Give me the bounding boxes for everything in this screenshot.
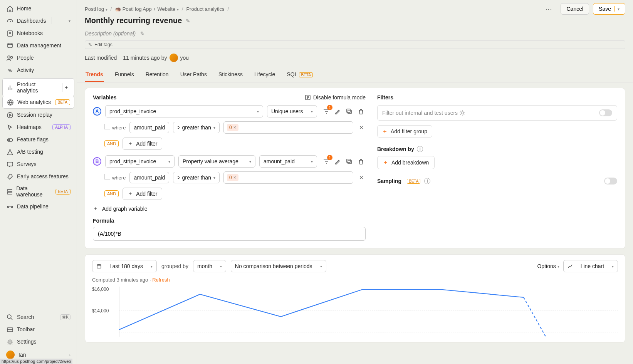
sidebar-item-product-analytics[interactable]: Product analytics+ <box>2 78 74 97</box>
formula-input[interactable] <box>93 227 366 241</box>
series-a-aggregation-select[interactable]: Unique users▾ <box>267 105 317 117</box>
series-b-aggregation-select[interactable]: Property value average▾ <box>178 155 255 168</box>
svg-rect-20 <box>348 160 351 164</box>
plus-icon[interactable]: + <box>62 83 70 92</box>
tab-sql[interactable]: SQLBETA <box>286 67 313 82</box>
chevron-down-icon[interactable]: ▾ <box>618 7 620 11</box>
label: Search <box>17 314 34 320</box>
sidebar-item-toolbar[interactable]: Toolbar <box>2 323 74 335</box>
tab-funnels[interactable]: Funnels <box>114 67 135 82</box>
chart-type-select[interactable]: Line chart ▾ <box>563 260 618 272</box>
internal-users-filter[interactable]: Filter out internal and test users <box>377 105 617 121</box>
sampling-label: Sampling <box>377 178 401 184</box>
sidebar-item-home[interactable]: Home <box>2 2 74 15</box>
sidebar-item-data-pipeline[interactable]: Data pipeline <box>2 200 74 213</box>
crumb[interactable]: PostHog ▾ <box>85 6 107 12</box>
compare-select[interactable]: No comparison between periods ▾ <box>231 260 326 272</box>
tab-retention[interactable]: Retention <box>145 67 170 82</box>
sidebar-item-early-access[interactable]: Early access features <box>2 170 74 183</box>
edit-description-icon[interactable]: ✎ <box>139 30 144 37</box>
tab-lifecycle[interactable]: Lifecycle <box>254 67 276 82</box>
edit-icon[interactable] <box>332 156 343 166</box>
info-icon[interactable]: i <box>417 146 423 152</box>
series-b-property-select[interactable]: amount_paid▾ <box>259 155 317 168</box>
where-operator-select[interactable]: > greater than▾ <box>173 122 220 133</box>
chevron-down-icon: ▾ <box>249 159 251 164</box>
save-button[interactable]: Save▾ <box>593 3 625 15</box>
sidebar-item-session-replay[interactable]: Session replay <box>2 109 74 121</box>
sidebar-item-ab-testing[interactable]: A/B testing <box>2 146 74 158</box>
remove-value-icon[interactable]: × <box>233 125 236 130</box>
series-b-row: B prod_stripe_invoice▾ Property value av… <box>93 155 366 168</box>
beta-badge: BETA <box>299 72 312 77</box>
sidebar-item-data-management[interactable]: Data management <box>2 39 74 52</box>
series-b-event-select[interactable]: prod_stripe_invoice▾ <box>105 155 175 168</box>
copy-icon[interactable] <box>344 106 354 116</box>
chevron-down-icon[interactable]: ▾ <box>69 19 71 23</box>
variables-heading: Variables Disable formula mode <box>93 94 366 101</box>
sampling-toggle[interactable] <box>604 178 617 185</box>
trash-icon[interactable] <box>356 156 366 166</box>
svg-point-14 <box>7 315 11 319</box>
tab-user-paths[interactable]: User Paths <box>180 67 208 82</box>
chevron-down-icon: ▾ <box>213 126 215 130</box>
chevron-down-icon: ▾ <box>220 264 222 268</box>
sidebar-item-search[interactable]: Search⌘K <box>2 311 74 323</box>
gear-icon[interactable] <box>459 110 465 116</box>
crumb[interactable]: Product analytics <box>186 6 224 12</box>
sidebar-item-people[interactable]: People <box>2 52 74 64</box>
series-a-event-select[interactable]: prod_stripe_invoice▾ <box>105 105 263 117</box>
edit-title-icon[interactable]: ✎ <box>186 18 190 24</box>
sidebar-item-settings[interactable]: Settings <box>2 335 74 348</box>
add-filter-group-button[interactable]: ＋Add filter group <box>377 125 432 138</box>
where-value-input[interactable]: 0 × <box>223 121 353 134</box>
add-filter-button[interactable]: ＋Add filter <box>123 188 162 200</box>
line-chart <box>119 287 612 337</box>
add-breakdown-button[interactable]: ＋Add breakdown <box>377 156 435 169</box>
svg-point-6 <box>7 112 13 118</box>
add-filter-button[interactable]: ＋Add filter <box>123 138 162 150</box>
tab-trends[interactable]: Trends <box>85 67 104 82</box>
crumb[interactable]: 🦔 PostHog App + Website ▾ <box>115 6 179 12</box>
sidebar-item-data-warehouse[interactable]: Data warehouseBETA <box>2 183 74 200</box>
more-menu-icon[interactable]: ⋯ <box>541 3 557 15</box>
edit-icon[interactable] <box>332 106 343 116</box>
edit-tags-button[interactable]: ✎ Edit tags <box>85 40 625 49</box>
sidebar-item-dashboards[interactable]: Dashboards▾ <box>2 15 74 27</box>
options-button[interactable]: Options▾ <box>537 263 559 269</box>
beta-badge: BETA <box>55 99 70 105</box>
copy-icon[interactable] <box>344 156 354 166</box>
globe-icon <box>7 99 13 106</box>
toggle[interactable] <box>599 109 612 116</box>
cancel-button[interactable]: Cancel <box>561 3 589 15</box>
sidebar-item-surveys[interactable]: Surveys <box>2 158 74 170</box>
bar-chart-icon <box>7 84 13 91</box>
remove-value-icon[interactable]: × <box>233 175 236 180</box>
label: Settings <box>17 339 37 345</box>
disable-formula-button[interactable]: Disable formula mode <box>305 94 366 101</box>
sidebar-item-activity[interactable]: Activity <box>2 64 74 76</box>
trash-icon[interactable] <box>356 106 366 116</box>
info-icon[interactable]: i <box>424 178 430 184</box>
sidebar-item-notebooks[interactable]: Notebooks <box>2 27 74 39</box>
where-property-select[interactable]: amount_paid <box>129 122 169 133</box>
filter-icon[interactable]: 1 <box>321 106 331 116</box>
svg-point-4 <box>9 70 11 71</box>
description-placeholder[interactable]: Description (optional) <box>85 30 136 37</box>
label: Data warehouse <box>16 185 51 198</box>
date-range-select[interactable]: Last 180 days ▾ <box>92 260 157 272</box>
remove-filter-icon[interactable]: ✕ <box>357 123 366 132</box>
filter-icon[interactable]: 1 <box>321 156 331 166</box>
add-graph-variable-button[interactable]: ＋Add graph variable <box>93 205 366 212</box>
sidebar-item-web-analytics[interactable]: Web analyticsBETA <box>2 96 74 109</box>
where-property-select[interactable]: amount_paid <box>129 172 169 183</box>
sidebar-item-heatmaps[interactable]: HeatmapsALPHA <box>2 121 74 133</box>
remove-filter-icon[interactable]: ✕ <box>357 173 366 182</box>
label: Ian <box>18 352 26 358</box>
refresh-button[interactable]: Refresh <box>152 277 170 283</box>
where-value-input[interactable]: 0 × <box>223 171 353 184</box>
where-operator-select[interactable]: > greater than▾ <box>173 172 220 183</box>
sidebar-item-feature-flags[interactable]: Feature flags <box>2 133 74 146</box>
interval-select[interactable]: month ▾ <box>193 260 226 272</box>
tab-stickiness[interactable]: Stickiness <box>218 67 243 82</box>
